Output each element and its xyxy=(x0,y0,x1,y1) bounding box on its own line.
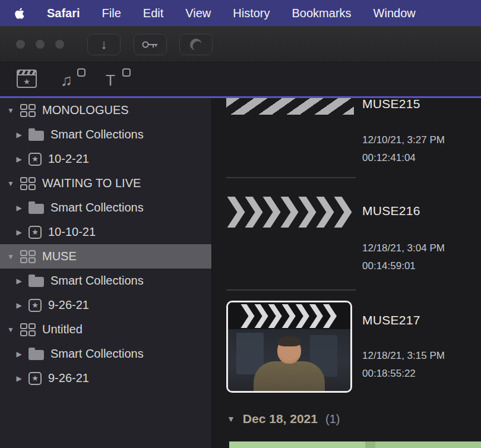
clip-video-frame xyxy=(228,329,350,391)
sidebar-item-label: 9-26-21 xyxy=(48,371,89,385)
sidebar-item-muse-selected[interactable]: ▼ MUSE xyxy=(0,244,211,269)
sidebar-item-smart-collections[interactable]: ▶ Smart Collections xyxy=(0,342,211,366)
divider xyxy=(226,177,356,178)
disclosure-triangle[interactable]: ▶ xyxy=(13,350,25,358)
sidebar-item-9-26-21[interactable]: ▶ ★ 9-26-21 xyxy=(0,366,211,390)
menu-window[interactable]: Window xyxy=(374,7,416,20)
menu-view[interactable]: View xyxy=(185,7,211,20)
clip-thumbnail-selected[interactable] xyxy=(226,301,352,393)
event-icon xyxy=(20,177,36,190)
minimize-window-button[interactable] xyxy=(36,40,45,49)
event-icon xyxy=(20,250,36,263)
clip-name: MUSE215 xyxy=(362,97,420,111)
clip-datetime: 12/18/21, 3:15 PM xyxy=(362,350,445,362)
disclosure-triangle[interactable]: ▶ xyxy=(13,155,25,163)
clip-name: MUSE216 xyxy=(362,204,420,218)
next-clip-filmstrip[interactable] xyxy=(229,441,481,448)
divider xyxy=(226,289,356,291)
sidebar-item-waiting-to-live[interactable]: ▼ WAITING TO LIVE xyxy=(0,171,211,195)
traffic-lights xyxy=(16,40,64,49)
group-disclosure-triangle[interactable]: ▼ xyxy=(227,414,235,424)
keyword-collection-icon: ★ xyxy=(29,153,42,166)
clip-duration: 00:14:59:01 xyxy=(362,260,416,272)
sidebar-item-smart-collections[interactable]: ▶ Smart Collections xyxy=(0,195,211,220)
menu-edit[interactable]: Edit xyxy=(143,7,163,20)
sphere-icon xyxy=(189,37,203,52)
library-sidebar: ▼ MONOLOGUES ▶ Smart Collections ▶ ★ 10-… xyxy=(0,98,212,448)
menu-app-safari[interactable]: Safari xyxy=(47,7,80,20)
disclosure-triangle[interactable]: ▶ xyxy=(13,301,25,310)
date-group-header[interactable]: ▼ Dec 18, 2021 (1) xyxy=(227,412,340,426)
tab-overview-button[interactable] xyxy=(179,34,213,55)
disclosure-triangle[interactable]: ▼ xyxy=(5,326,17,334)
keyword-collection-icon: ★ xyxy=(29,299,42,312)
disclosure-triangle[interactable]: ▶ xyxy=(13,131,25,139)
sidebar-item-label: MUSE xyxy=(42,250,77,263)
event-icon xyxy=(20,323,36,336)
sidebar-item-smart-collections[interactable]: ▶ Smart Collections xyxy=(0,122,211,147)
chevron-strip xyxy=(228,302,350,329)
zoom-window-button[interactable] xyxy=(55,40,64,49)
key-icon xyxy=(141,40,159,49)
passwords-button[interactable] xyxy=(134,34,167,55)
disclosure-triangle[interactable]: ▶ xyxy=(13,277,25,285)
sidebar-item-10-10-21[interactable]: ▶ ★ 10-10-21 xyxy=(0,220,211,244)
clapperboard-icon: ★ xyxy=(17,70,37,88)
event-icon xyxy=(20,104,36,117)
sidebar-item-10-2-21[interactable]: ▶ ★ 10-2-21 xyxy=(0,147,211,171)
photos-audio-tab[interactable]: ♫ xyxy=(61,70,87,92)
sidebar-item-untitled[interactable]: ▼ Untitled xyxy=(0,317,211,342)
sidebar-item-label: Smart Collections xyxy=(50,274,144,288)
clip-datetime: 12/10/21, 3:27 PM xyxy=(362,134,445,146)
disclosure-triangle[interactable]: ▶ xyxy=(13,374,25,383)
menu-file[interactable]: File xyxy=(102,7,121,20)
sidebar-item-9-26-21[interactable]: ▶ ★ 9-26-21 xyxy=(0,293,211,317)
clips-library-tab[interactable]: ★ xyxy=(17,70,43,92)
sidebar-item-label: WAITING TO LIVE xyxy=(42,176,141,190)
clip-duration: 00:18:55:22 xyxy=(362,368,416,380)
download-arrow-icon: ↓ xyxy=(101,37,107,52)
sidebar-item-label: Smart Collections xyxy=(50,201,144,214)
keyword-collection-icon: ★ xyxy=(29,372,42,385)
person-head xyxy=(277,337,301,364)
clip-name: MUSE217 xyxy=(362,313,420,327)
downloads-button[interactable]: ↓ xyxy=(87,34,121,55)
clip-datetime: 12/18/21, 3:04 PM xyxy=(362,242,445,254)
clip-browser: MUSE215 12/10/21, 3:27 PM 00:12:41:04 MU… xyxy=(213,98,481,448)
menu-history[interactable]: History xyxy=(233,7,270,20)
disclosure-triangle[interactable]: ▼ xyxy=(5,106,17,115)
menu-bookmarks[interactable]: Bookmarks xyxy=(292,7,352,20)
folder-icon xyxy=(29,131,44,141)
sidebar-item-label: 9-26-21 xyxy=(48,298,89,312)
sidebar-item-label: Smart Collections xyxy=(50,128,144,141)
titles-generators-tab[interactable]: T xyxy=(106,70,132,92)
group-date-label: Dec 18, 2021 xyxy=(243,412,318,426)
folder-icon xyxy=(29,350,44,360)
window-toolbar: ↓ xyxy=(0,26,481,62)
person-hoodie xyxy=(254,361,325,391)
keyword-collection-icon: ★ xyxy=(29,226,42,239)
disclosure-triangle[interactable]: ▼ xyxy=(5,179,17,188)
sidebar-item-label: Smart Collections xyxy=(50,347,144,361)
clip-duration: 00:12:41:04 xyxy=(362,152,416,164)
disclosure-triangle[interactable]: ▶ xyxy=(13,228,25,236)
sidebar-item-label: MONOLOGUES xyxy=(42,103,129,117)
folder-icon xyxy=(29,204,44,214)
sidebar-item-label: 10-10-21 xyxy=(48,225,96,239)
disclosure-triangle[interactable]: ▶ xyxy=(13,204,25,212)
sidebar-item-smart-collections[interactable]: ▶ Smart Collections xyxy=(0,269,211,293)
folder-icon xyxy=(29,277,44,287)
apple-menu-icon[interactable] xyxy=(14,7,25,20)
menu-bar: Safari File Edit View History Bookmarks … xyxy=(0,0,481,26)
group-clip-count: (1) xyxy=(325,412,340,426)
disclosure-triangle[interactable]: ▼ xyxy=(5,253,17,261)
sidebar-item-label: Untitled xyxy=(42,323,83,336)
sidebar-item-label: 10-2-21 xyxy=(48,152,89,166)
clip-thumbnail-chevrons[interactable] xyxy=(226,197,354,228)
sidebar-item-monologues[interactable]: ▼ MONOLOGUES xyxy=(0,98,211,122)
media-sidebar-toolbar: ★ ♫ T xyxy=(0,62,481,98)
titles-badge-icon xyxy=(122,68,131,77)
music-badge-icon xyxy=(77,68,86,77)
close-window-button[interactable] xyxy=(16,40,25,49)
clip-thumbnail-partial[interactable] xyxy=(226,98,354,115)
